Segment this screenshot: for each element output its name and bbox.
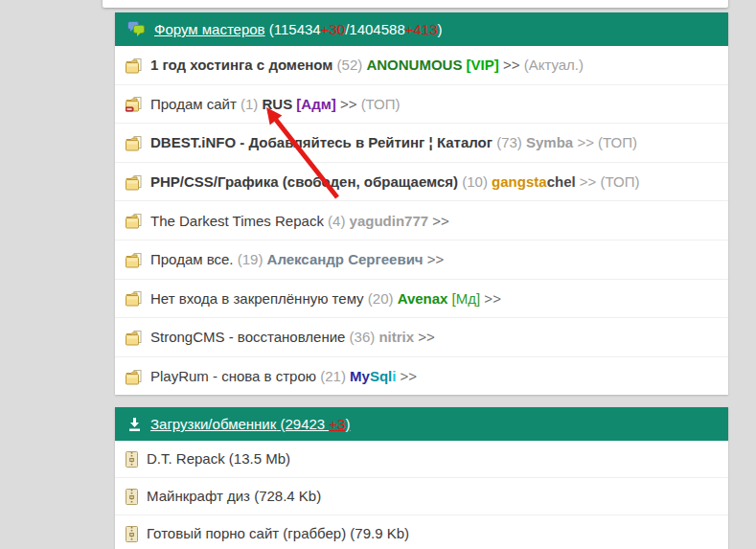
download-icon <box>127 417 142 432</box>
text-link[interactable]: Продам все. <box>150 251 234 267</box>
folder-icon <box>126 253 143 268</box>
text-segment: >> <box>428 213 449 229</box>
section-title: Загрузки/обменник (29423 +3) <box>150 416 350 432</box>
topic-list: 1 год хостинга с доменом (52) ANONUMOUS … <box>115 46 728 395</box>
text-link[interactable]: Майнкрафт диз <box>147 488 250 504</box>
section-header: Форум мастеров (115434+30/1404588+413) <box>115 12 728 46</box>
text-link[interactable]: Готовый порно сайт (граббер) <box>147 525 346 541</box>
list-item[interactable]: D.T. Repack (13.5 Mb) <box>115 441 728 477</box>
folder-minus-icon <box>126 97 143 112</box>
text-link[interactable]: ANONUMOUS <box>366 57 462 73</box>
text-segment: +3 <box>329 416 345 432</box>
text-segment: >> <box>576 173 601 190</box>
text-segment: >> <box>499 57 524 73</box>
text-segment: (10) <box>458 173 492 190</box>
text-link[interactable]: The Darkest Times Repack <box>150 213 324 229</box>
text-segment: (Актуал.) <box>524 57 584 73</box>
list-item[interactable]: Продам сайт (1) RUS [Адм] >> (ТОП) <box>115 84 728 124</box>
text-link[interactable]: 1 год хостинга с доменом <box>150 57 332 73</box>
text-segment: (73) <box>493 134 526 150</box>
section-title: Форум мастеров (115434+30/1404588+413) <box>154 21 443 37</box>
text-link[interactable]: chel <box>547 173 576 190</box>
text-segment: >> <box>336 96 361 112</box>
text-link[interactable]: Александр Сергеевич <box>267 251 424 267</box>
text-segment: +30 <box>321 21 345 37</box>
text-link[interactable]: nitrix <box>378 329 414 345</box>
text-segment: (29423 <box>276 416 329 432</box>
list-item[interactable]: Продам все. (19) Александр Сергеевич >> <box>115 240 728 279</box>
text-link[interactable]: yagudin777 <box>350 213 429 229</box>
section-downloads: Загрузки/обменник (29423 +3) D.T. Repack… <box>115 407 728 549</box>
section-title-link[interactable]: Форум мастеров <box>154 21 265 37</box>
text-segment: >> <box>414 329 435 345</box>
list-item[interactable]: StrongCMS - восстановление (36) nitrix >… <box>115 317 728 356</box>
file-list: D.T. Repack (13.5 Mb)Майнкрафт диз (728.… <box>115 441 728 549</box>
text-link[interactable]: Avenax <box>398 290 448 307</box>
text-segment: (79.9 Kb) <box>346 525 409 541</box>
text-link[interactable]: Sql <box>370 368 392 384</box>
folder-icon <box>126 291 143 307</box>
list-item[interactable]: Майнкрафт диз (728.4 Kb) <box>115 477 728 515</box>
previous-panel-bottom-edge <box>103 0 728 8</box>
folder-icon <box>126 331 143 346</box>
list-item[interactable]: The Darkest Times Repack (4) yagudin777 … <box>115 200 728 240</box>
text-segment: >> <box>424 251 445 267</box>
text-link[interactable]: PlayRum - снова в строю <box>150 368 316 384</box>
text-segment: (4) <box>324 213 350 229</box>
text-link[interactable]: Symba <box>526 134 573 150</box>
text-link[interactable]: Нет входа в закреплённую тему <box>150 290 364 307</box>
list-item[interactable]: 1 год хостинга с доменом (52) ANONUMOUS … <box>115 46 728 84</box>
text-segment: /1404588 <box>345 21 405 37</box>
list-item[interactable]: Нет входа в закреплённую тему (20) Avena… <box>115 279 728 318</box>
folder-icon <box>126 370 143 385</box>
section-forum-masters: Форум мастеров (115434+30/1404588+413) 1… <box>115 12 728 395</box>
text-segment: (ТОП) <box>601 173 640 190</box>
list-item[interactable]: Готовый порно сайт (граббер) (79.9 Kb) <box>115 515 728 549</box>
zip-file-icon <box>126 451 139 468</box>
text-segment: >> <box>480 290 501 307</box>
forum-bubbles-icon <box>127 21 146 37</box>
text-link[interactable]: D.T. Repack <box>147 450 225 467</box>
text-segment: (52) <box>332 57 366 73</box>
section-header: Загрузки/обменник (29423 +3) <box>115 407 728 441</box>
zip-file-icon <box>126 489 139 505</box>
text-link[interactable]: DBEST.iNFO - Добавляйтесь в Рейтинг ¦ Ка… <box>150 134 493 150</box>
text-link[interactable]: gangsta <box>492 173 547 190</box>
text-segment: (115434 <box>265 21 321 37</box>
text-segment: ) <box>345 416 350 432</box>
text-segment: [Адм] <box>292 96 336 112</box>
text-segment: (ТОП) <box>361 96 401 112</box>
section-title-link[interactable]: Загрузки/обменник <box>150 416 276 432</box>
folder-icon <box>126 136 143 151</box>
text-link[interactable]: StrongCMS - восстановление <box>150 329 345 345</box>
text-segment: +413 <box>405 21 438 37</box>
list-item[interactable]: DBEST.iNFO - Добавляйтесь в Рейтинг ¦ Ка… <box>115 123 728 162</box>
zip-file-icon <box>126 526 139 542</box>
text-segment: (19) <box>234 251 267 267</box>
text-segment: ) <box>438 21 443 37</box>
text-segment: >> <box>573 134 598 150</box>
text-segment: (ТОП) <box>598 134 637 150</box>
text-segment: (13.5 Mb) <box>225 450 290 467</box>
text-link[interactable]: RUS <box>262 96 292 112</box>
text-segment: (728.4 Kb) <box>250 488 321 504</box>
text-segment: (1) <box>237 96 263 112</box>
text-segment: [VIP] <box>462 57 498 73</box>
text-segment: (20) <box>364 290 398 307</box>
folder-icon <box>126 214 143 229</box>
text-segment: (21) <box>316 368 350 384</box>
text-segment: [Мд] <box>447 290 480 307</box>
folder-icon <box>126 58 143 74</box>
text-link[interactable]: My <box>350 368 370 384</box>
text-link[interactable]: Продам сайт <box>150 96 237 112</box>
text-segment: (36) <box>345 329 378 345</box>
folder-icon <box>126 175 143 191</box>
list-item[interactable]: PHP/CSS/Графика (свободен, обращаемся) (… <box>115 162 728 201</box>
text-segment: >> <box>396 368 417 384</box>
list-item[interactable]: PlayRum - снова в строю (21) MySqli >> <box>115 356 728 396</box>
text-link[interactable]: PHP/CSS/Графика (свободен, обращаемся) <box>150 173 458 190</box>
